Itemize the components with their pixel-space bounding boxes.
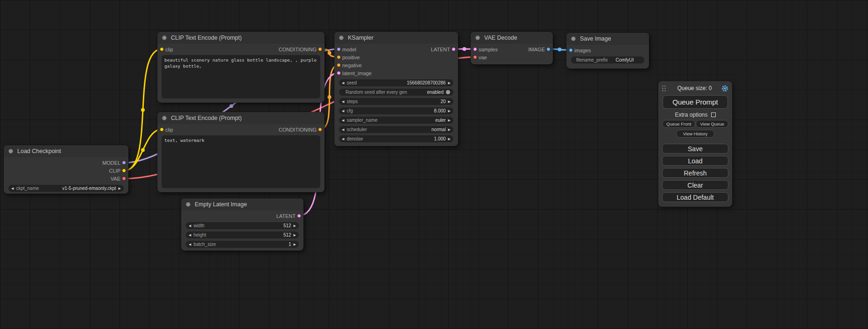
node-ksampler[interactable]: KSampler model LATENT positive negative … bbox=[334, 32, 458, 146]
view-queue-button[interactable]: View Queue bbox=[696, 120, 728, 128]
load-default-button[interactable]: Load Default bbox=[662, 192, 728, 202]
output-port-latent[interactable] bbox=[452, 47, 456, 51]
node-title-bar[interactable]: CLIP Text Encode (Prompt) bbox=[157, 112, 325, 124]
output-port-conditioning[interactable] bbox=[318, 127, 322, 132]
increment-arrow-icon[interactable]: ▶ bbox=[294, 224, 296, 227]
increment-arrow-icon[interactable]: ▶ bbox=[294, 233, 296, 237]
decrement-arrow-icon[interactable]: ◀ bbox=[342, 119, 344, 122]
decrement-arrow-icon[interactable]: ◀ bbox=[189, 233, 191, 237]
increment-arrow-icon[interactable]: ▶ bbox=[448, 137, 451, 140]
widget-scheduler[interactable]: ◀ scheduler normal ▶ bbox=[339, 126, 453, 133]
input-port-images[interactable] bbox=[569, 48, 573, 52]
widget-ckpt-name[interactable]: ◀ ckpt_name v1-5-pruned-emaonly.ckpt ▶ bbox=[8, 185, 124, 192]
extra-options-checkbox[interactable] bbox=[711, 112, 716, 117]
widget-width[interactable]: ◀ width 512 ▶ bbox=[186, 222, 299, 229]
node-load-checkpoint[interactable]: Load Checkpoint MODEL CLIP VAE ◀ ckpt_na… bbox=[4, 145, 128, 194]
widget-steps[interactable]: ◀ steps 20 ▶ bbox=[339, 98, 453, 105]
port-row: positive bbox=[334, 53, 458, 61]
output-port-conditioning[interactable] bbox=[318, 47, 322, 51]
output-port-row: VAE bbox=[4, 175, 128, 182]
drag-handle-icon[interactable] bbox=[662, 85, 668, 91]
collapse-dot-icon[interactable] bbox=[475, 35, 480, 40]
load-button[interactable]: Load bbox=[662, 156, 728, 166]
node-title-bar[interactable]: Load Checkpoint bbox=[4, 145, 128, 157]
output-label-latent: LATENT bbox=[276, 213, 296, 219]
output-port-vae[interactable] bbox=[122, 176, 126, 181]
output-port-row: LATENT bbox=[181, 212, 303, 220]
input-port-clip[interactable] bbox=[160, 127, 164, 132]
decrement-arrow-icon[interactable]: ◀ bbox=[189, 243, 191, 246]
decrement-arrow-icon[interactable]: ◀ bbox=[342, 109, 344, 112]
increment-arrow-icon[interactable]: ▶ bbox=[294, 243, 296, 246]
input-label-images: images bbox=[574, 48, 591, 53]
output-port-latent[interactable] bbox=[297, 214, 301, 218]
node-save-image[interactable]: Save Image images filename_prefix ComfyU… bbox=[566, 33, 649, 69]
increment-arrow-icon[interactable]: ▶ bbox=[119, 187, 121, 190]
widget-sampler-name[interactable]: ◀ sampler_name euler ▶ bbox=[339, 117, 453, 124]
increment-arrow-icon[interactable]: ▶ bbox=[448, 100, 451, 103]
output-port-clip[interactable] bbox=[122, 168, 126, 173]
widget-filename-prefix[interactable]: filename_prefix ComfyUI bbox=[571, 56, 644, 63]
decrement-arrow-icon[interactable]: ◀ bbox=[11, 187, 14, 190]
collapse-dot-icon[interactable] bbox=[186, 202, 191, 207]
widget-batch-size[interactable]: ◀ batch_size 1 ▶ bbox=[186, 241, 299, 248]
link-clip-to-negative-prompt bbox=[124, 129, 162, 171]
collapse-dot-icon[interactable] bbox=[162, 35, 167, 40]
queue-prompt-button[interactable]: Queue Prompt bbox=[663, 95, 728, 109]
node-clip-text-encode-positive[interactable]: CLIP Text Encode (Prompt) clip CONDITION… bbox=[157, 32, 325, 103]
port-row: clip CONDITIONING bbox=[157, 126, 325, 133]
settings-gear-icon[interactable] bbox=[721, 85, 728, 92]
increment-arrow-icon[interactable]: ▶ bbox=[448, 81, 451, 84]
input-port-positive[interactable] bbox=[337, 55, 341, 59]
collapse-dot-icon[interactable] bbox=[571, 36, 576, 41]
widget-height[interactable]: ◀ height 512 ▶ bbox=[186, 231, 299, 238]
node-title: Save Image bbox=[580, 35, 611, 42]
decrement-arrow-icon[interactable]: ◀ bbox=[189, 224, 191, 227]
widget-seed[interactable]: ◀ seed 156680208700286 ▶ bbox=[339, 79, 453, 86]
comfyui-canvas[interactable]: { "colors": { "model": "#B39DDB", "clip"… bbox=[0, 0, 868, 329]
output-port-model[interactable] bbox=[122, 161, 126, 165]
output-label-conditioning: CONDITIONING bbox=[279, 47, 317, 52]
node-title: Empty Latent Image bbox=[195, 201, 247, 208]
input-label-clip: clip bbox=[165, 127, 173, 133]
refresh-button[interactable]: Refresh bbox=[662, 168, 728, 178]
collapse-dot-icon[interactable] bbox=[339, 35, 344, 40]
node-title-bar[interactable]: KSampler bbox=[334, 32, 458, 44]
prompt-text-area[interactable]: text, watermark bbox=[162, 135, 320, 188]
clear-button[interactable]: Clear bbox=[662, 180, 728, 190]
node-title-bar[interactable]: VAE Decode bbox=[471, 32, 553, 44]
widget-random-seed-toggle[interactable]: Random seed after every gen enabled bbox=[339, 89, 453, 96]
link-midpoint-dot bbox=[463, 47, 466, 51]
decrement-arrow-icon[interactable]: ◀ bbox=[342, 128, 344, 131]
input-port-latent-image[interactable] bbox=[337, 71, 341, 75]
node-title-bar[interactable]: Save Image bbox=[566, 33, 649, 45]
output-port-image[interactable] bbox=[546, 47, 550, 51]
collapse-dot-icon[interactable] bbox=[162, 116, 167, 120]
input-port-samples[interactable] bbox=[473, 47, 477, 51]
input-port-negative[interactable] bbox=[337, 63, 341, 67]
input-port-model[interactable] bbox=[337, 47, 341, 51]
queue-front-button[interactable]: Queue Front bbox=[662, 120, 695, 128]
node-title: CLIP Text Encode (Prompt) bbox=[171, 35, 242, 41]
widget-cfg[interactable]: ◀ cfg 8.000 ▶ bbox=[339, 107, 453, 114]
collapse-dot-icon[interactable] bbox=[8, 149, 13, 154]
decrement-arrow-icon[interactable]: ◀ bbox=[342, 100, 344, 103]
prompt-text-area[interactable]: beautiful scenery nature glass bottle la… bbox=[162, 55, 320, 98]
node-title-bar[interactable]: Empty Latent Image bbox=[181, 198, 303, 210]
node-title-bar[interactable]: CLIP Text Encode (Prompt) bbox=[157, 32, 325, 44]
link-midpoint-dot bbox=[141, 108, 145, 112]
save-button[interactable]: Save bbox=[662, 144, 728, 154]
input-port-clip[interactable] bbox=[160, 47, 164, 51]
node-clip-text-encode-negative[interactable]: CLIP Text Encode (Prompt) clip CONDITION… bbox=[157, 112, 325, 192]
node-empty-latent-image[interactable]: Empty Latent Image LATENT ◀ width 512 ▶ … bbox=[181, 198, 303, 251]
toggle-dot-icon[interactable] bbox=[446, 90, 450, 94]
decrement-arrow-icon[interactable]: ◀ bbox=[342, 137, 344, 140]
widget-denoise[interactable]: ◀ denoise 1.000 ▶ bbox=[339, 135, 453, 142]
decrement-arrow-icon[interactable]: ◀ bbox=[342, 81, 344, 84]
node-vae-decode[interactable]: VAE Decode samples IMAGE vae bbox=[471, 32, 553, 64]
increment-arrow-icon[interactable]: ▶ bbox=[448, 119, 451, 122]
input-port-vae[interactable] bbox=[473, 55, 477, 59]
increment-arrow-icon[interactable]: ▶ bbox=[448, 128, 451, 131]
increment-arrow-icon[interactable]: ▶ bbox=[448, 109, 451, 112]
view-history-button[interactable]: View History bbox=[676, 130, 715, 138]
